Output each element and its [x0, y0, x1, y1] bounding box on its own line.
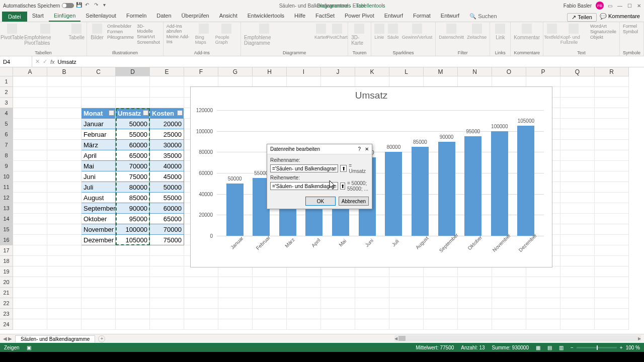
cell[interactable] — [560, 235, 595, 245]
cell[interactable] — [424, 266, 458, 277]
cell[interactable] — [560, 224, 595, 235]
cell[interactable] — [560, 309, 595, 319]
cell[interactable] — [47, 140, 82, 150]
table-cell[interactable]: Januar — [82, 119, 116, 129]
online-pictures-button[interactable]: Onlinebilder — [107, 24, 134, 29]
row-header[interactable]: 12 — [0, 193, 13, 203]
chart-type-icon[interactable] — [296, 31, 304, 37]
cell[interactable] — [150, 288, 184, 298]
cell[interactable] — [287, 266, 321, 277]
column-header[interactable]: Q — [560, 67, 595, 76]
cell[interactable] — [47, 87, 82, 98]
cell[interactable] — [116, 87, 150, 98]
chart-type-icon[interactable] — [305, 24, 313, 30]
cell[interactable] — [458, 319, 492, 330]
view-normal-icon[interactable]: ▦ — [536, 345, 540, 350]
cell[interactable] — [150, 76, 184, 87]
cell[interactable] — [150, 319, 184, 330]
row-header[interactable]: 8 — [0, 150, 13, 161]
chart-bar[interactable] — [464, 136, 481, 236]
table-cell[interactable]: 85000 — [116, 193, 150, 203]
table-header-cell[interactable]: Monat — [82, 108, 116, 119]
column-header[interactable]: C — [82, 67, 116, 76]
cell[interactable] — [492, 76, 526, 87]
scroll-right-icon[interactable]: ▶ — [638, 336, 641, 341]
cell[interactable] — [424, 76, 458, 87]
cell[interactable] — [150, 277, 184, 288]
cell[interactable] — [13, 150, 47, 161]
cell[interactable] — [424, 309, 458, 319]
cell[interactable] — [560, 76, 595, 87]
cell[interactable] — [458, 298, 492, 309]
formula-input[interactable]: Umsatz — [58, 59, 76, 65]
cell[interactable] — [595, 108, 629, 119]
cell[interactable] — [560, 98, 595, 108]
row-header[interactable]: 19 — [0, 266, 13, 277]
tab-seitenlayout[interactable]: Seitenlayout — [80, 11, 121, 22]
cell[interactable] — [526, 277, 560, 288]
table-header-cell[interactable]: Kosten — [150, 108, 184, 119]
cell[interactable] — [492, 298, 526, 309]
table-cell[interactable]: 25000 — [150, 129, 184, 140]
table-cell[interactable]: 45000 — [150, 171, 184, 182]
table-cell[interactable]: 70000 — [150, 224, 184, 235]
cell[interactable] — [13, 319, 47, 330]
chart-plot-area[interactable]: 0200004000060000800001000001200005000055… — [217, 110, 544, 236]
column-header[interactable]: D — [116, 67, 150, 76]
range-picker-icon[interactable]: ⬆ — [340, 165, 347, 172]
sparkline-column-button[interactable]: Säule — [387, 24, 399, 40]
cell[interactable] — [560, 298, 595, 309]
chart-type-icon[interactable] — [287, 24, 295, 30]
table-cell[interactable]: 60000 — [116, 140, 150, 150]
table-cell[interactable]: 100000 — [116, 224, 150, 235]
cell[interactable] — [595, 266, 629, 277]
close-icon[interactable]: ✕ — [637, 3, 641, 9]
cell[interactable] — [82, 288, 116, 298]
table-cell[interactable]: 55000 — [150, 193, 184, 203]
row-header[interactable]: 2 — [0, 87, 13, 98]
row-header[interactable]: 4 — [0, 108, 13, 119]
cell[interactable] — [389, 309, 424, 319]
table-cell[interactable]: 55000 — [116, 129, 150, 140]
cell[interactable] — [13, 298, 47, 309]
header-footer-button[interactable]: Kopf- und Fußzeile — [560, 24, 587, 45]
cell[interactable] — [218, 277, 253, 288]
cell[interactable] — [82, 277, 116, 288]
table-cell[interactable]: 75000 — [116, 171, 150, 182]
cell[interactable] — [116, 319, 150, 330]
3d-map-button[interactable]: 3D-Karte — [351, 24, 368, 46]
chart-bar[interactable] — [385, 152, 402, 236]
cell[interactable] — [253, 277, 287, 288]
cell[interactable] — [218, 76, 253, 87]
cell[interactable] — [560, 119, 595, 129]
cell[interactable] — [82, 309, 116, 319]
column-header[interactable]: I — [287, 67, 321, 76]
equation-button[interactable]: Formel — [623, 24, 638, 29]
bing-maps-button[interactable]: Bing Maps — [195, 24, 212, 45]
tab-factset[interactable]: FactSet — [310, 11, 340, 22]
save-icon[interactable]: 💾 — [76, 2, 83, 9]
dialog-close-icon[interactable]: ✕ — [365, 146, 369, 152]
column-header[interactable]: P — [526, 67, 560, 76]
cell[interactable] — [13, 277, 47, 288]
recommended-charts-button[interactable]: Empfohlene Diagramme — [244, 24, 284, 46]
cell[interactable] — [492, 277, 526, 288]
cell[interactable] — [47, 98, 82, 108]
cell[interactable] — [47, 150, 82, 161]
chart-bar[interactable] — [412, 147, 429, 236]
table-cell[interactable]: August — [82, 193, 116, 203]
table-cell[interactable]: 50000 — [116, 119, 150, 129]
cell[interactable] — [595, 182, 629, 193]
cell[interactable] — [424, 319, 458, 330]
tab-überprüfen[interactable]: Überprüfen — [177, 11, 214, 22]
table-cell[interactable]: 105000 — [116, 235, 150, 245]
cell[interactable] — [47, 203, 82, 214]
column-header[interactable]: F — [184, 67, 218, 76]
filter-icon[interactable] — [109, 110, 114, 116]
shapes-button[interactable]: Formen — [107, 29, 134, 34]
cell[interactable] — [47, 224, 82, 235]
table-cell[interactable]: 70000 — [116, 161, 150, 171]
zoom-out-icon[interactable]: − — [571, 345, 574, 350]
series-values-input[interactable] — [270, 182, 338, 190]
table-cell[interactable]: Mai — [82, 161, 116, 171]
